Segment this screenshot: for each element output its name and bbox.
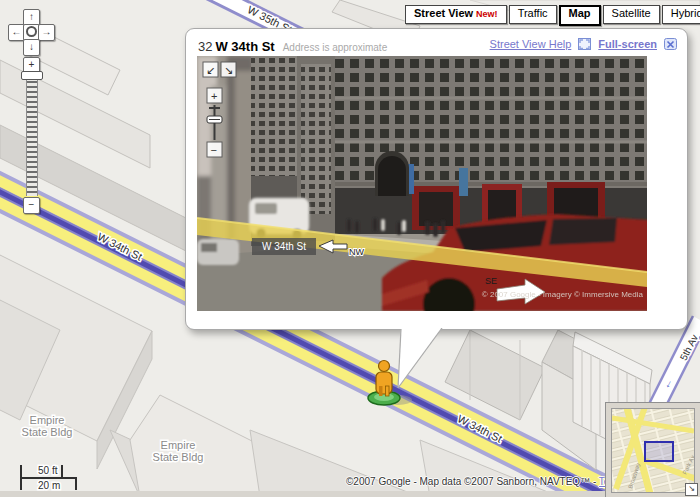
new-badge: New! <box>476 9 498 19</box>
map-button[interactable]: Map <box>559 5 601 26</box>
address-note: Address is approximate <box>283 42 388 53</box>
pan-right-button[interactable]: → <box>38 24 55 41</box>
streetview-popup: 32W 34th StAddress is approximate Street… <box>185 28 688 330</box>
sv-arrow-se-label: SE <box>485 276 497 286</box>
sv-zoom-in-icon: + <box>211 90 217 102</box>
street-view-button[interactable]: Street ViewNew! <box>405 5 507 24</box>
sv-arrow-nw-label: NW <box>349 247 364 257</box>
overview-map-canvas[interactable]: Broadway Park Av <box>611 408 695 493</box>
svg-text:Empire: Empire <box>161 439 196 451</box>
satellite-button[interactable]: Satellite <box>603 5 660 24</box>
fullscreen-link[interactable]: Full-screen <box>598 38 657 50</box>
pan-down-button[interactable]: ↓ <box>23 39 40 56</box>
rotate-right-icon: ↘ <box>224 64 233 76</box>
svg-text:State Bldg: State Bldg <box>153 451 204 463</box>
recenter-icon <box>26 26 37 37</box>
traffic-button[interactable]: Traffic <box>509 5 557 24</box>
popup-header: 32W 34th StAddress is approximate Street… <box>198 37 677 55</box>
zoom-slider-handle[interactable] <box>21 71 43 80</box>
viewport-rectangle[interactable] <box>645 442 673 461</box>
address-number: 32 <box>198 39 212 54</box>
sv-copyright: © 2007 Google - Imagery © Immersive Medi… <box>482 290 644 299</box>
rotate-left-icon: ↙ <box>206 64 215 76</box>
scale-m-label: 20 m <box>38 480 60 491</box>
zoom-slider-track[interactable] <box>26 76 38 196</box>
map-type-toolbar: Street ViewNew! Traffic Map Satellite Hy… <box>405 5 700 26</box>
svg-text:State Bldg: State Bldg <box>22 426 73 438</box>
zoom-out-button[interactable]: − <box>23 197 40 214</box>
hybrid-button[interactable]: Hybrid <box>662 5 700 24</box>
minimap-toggle-button[interactable]: ↘ <box>685 483 698 496</box>
bottom-edge <box>0 491 700 497</box>
sv-zoom-out-icon: − <box>211 144 217 156</box>
fullscreen-icon[interactable] <box>578 37 591 50</box>
address-street: W 34th St <box>215 39 274 54</box>
close-icon[interactable] <box>664 37 677 50</box>
street-view-help-link[interactable]: Street View Help <box>490 38 572 50</box>
photo-main-facade <box>335 56 647 234</box>
sv-street-label: W 34th St <box>262 241 306 252</box>
streetview-photo[interactable]: W 34th St NW SE © 2007 Google - Imagery … <box>197 56 647 311</box>
svg-text:Empire: Empire <box>30 414 65 426</box>
scale-ft-label: 50 ft <box>38 465 58 476</box>
copyright-text: ©2007 Google - Map data ©2007 Sanborn, N… <box>346 476 599 487</box>
overview-map: Broadway Park Av ↘ <box>605 402 700 497</box>
